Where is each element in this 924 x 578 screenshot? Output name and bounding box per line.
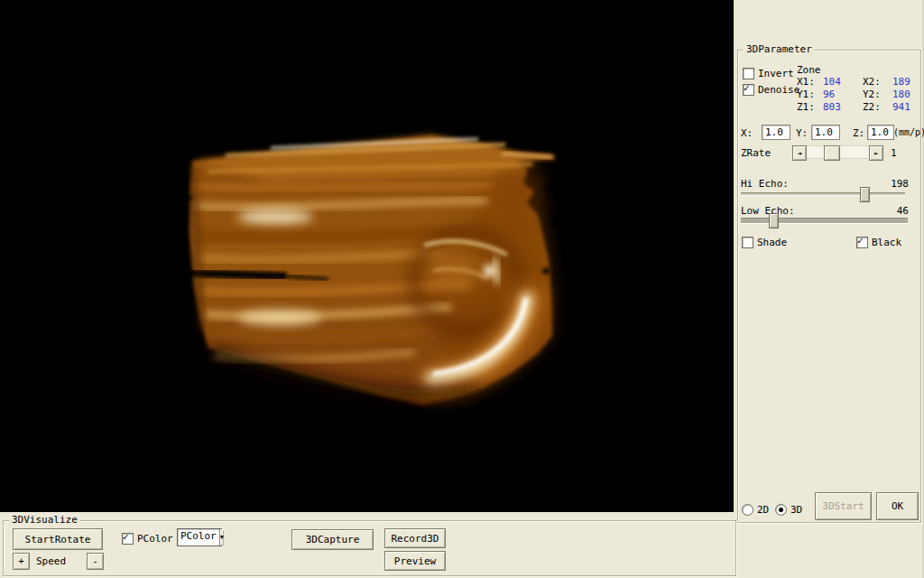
- hi-echo-slider-thumb[interactable]: [860, 187, 870, 202]
- pcolor-combobox[interactable]: PColor ▼: [177, 528, 222, 546]
- low-echo-slider-thumb[interactable]: [769, 213, 779, 228]
- scale-x-label: X:: [741, 127, 753, 139]
- mode-2d-label: 2D: [757, 504, 769, 516]
- low-echo-value: 46: [897, 205, 909, 217]
- scale-unit-label: (mm/p): [893, 126, 924, 138]
- scale-z-label: Z:: [853, 127, 864, 139]
- zone-y2-label: Y2:: [863, 89, 892, 101]
- black-checkbox[interactable]: ✓: [856, 237, 868, 248]
- zone-y1-value: 96: [823, 89, 863, 101]
- scale-z-input[interactable]: 1.0: [867, 125, 894, 140]
- parameter-panel: 3DParameter ✓ Invert ✓ Denoise Zone X1:1…: [734, 0, 924, 578]
- arrow-right-icon: ►: [874, 150, 878, 157]
- record3d-button[interactable]: Record3D: [384, 528, 446, 548]
- preview-button[interactable]: Preview: [384, 551, 446, 571]
- hi-echo-label: Hi Echo:: [741, 178, 789, 190]
- invert-checkbox-row[interactable]: ✓ Invert: [743, 68, 794, 79]
- zone-x2-label: X2:: [863, 76, 892, 89]
- chevron-down-icon: ▼: [220, 534, 224, 541]
- black-checkbox-row[interactable]: ✓ Black: [856, 237, 901, 248]
- denoise-checkbox[interactable]: ✓: [743, 84, 754, 96]
- speed-label: Speed: [36, 555, 66, 567]
- visualize-panel: 3DVisualize StartRotate ✓ PColor PColor …: [0, 512, 734, 578]
- hi-echo-slider[interactable]: [741, 192, 905, 196]
- invert-checkbox[interactable]: ✓: [743, 68, 754, 79]
- speed-plus-button[interactable]: +: [13, 553, 30, 570]
- pcolor-combobox-button[interactable]: ▼: [219, 529, 224, 545]
- scale-x-input[interactable]: 1.0: [762, 125, 790, 140]
- mode-2d-radio-row[interactable]: 2D: [742, 504, 769, 516]
- zone-row: Y1:96 Y2:180: [797, 89, 924, 101]
- pcolor-checkbox[interactable]: ✓: [122, 533, 134, 545]
- shade-checkbox-row[interactable]: ✓ Shade: [742, 237, 787, 248]
- shade-label: Shade: [757, 237, 787, 248]
- start-rotate-button[interactable]: StartRotate: [13, 528, 103, 550]
- zone-block: Zone X1:104 X2:189 Y1:96 Y2:180 Z1:803 Z…: [797, 64, 924, 114]
- speed-minus-button[interactable]: -: [87, 553, 104, 570]
- zone-row: Z1:803 Z2:941: [797, 101, 924, 114]
- zone-z2-label: Z2:: [863, 101, 892, 114]
- 3dstart-button[interactable]: 3DStart: [815, 492, 872, 520]
- 3d-viewport[interactable]: [0, 0, 734, 512]
- mode-3d-radio-row[interactable]: 3D: [775, 504, 802, 516]
- shade-checkbox[interactable]: ✓: [742, 237, 753, 248]
- volume-render: [0, 0, 734, 512]
- pcolor-label: PColor: [137, 533, 173, 545]
- zrate-scroll-left-button[interactable]: ◄: [792, 145, 807, 161]
- zrate-scrollbar[interactable]: ◄ ►: [792, 145, 883, 159]
- mode-3d-label: 3D: [790, 504, 802, 516]
- low-echo-label: Low Echo:: [741, 205, 795, 217]
- visualize-group-title: 3DVisualize: [9, 514, 80, 527]
- checkmark-icon: ✓: [123, 531, 129, 543]
- zone-z1-value: 803: [823, 101, 863, 114]
- zrate-label: ZRate: [741, 147, 771, 159]
- zone-z1-label: Z1:: [797, 101, 823, 114]
- zone-x2-value: 189: [892, 76, 924, 89]
- 3dcapture-button[interactable]: 3DCapture: [291, 529, 374, 550]
- pcolor-checkbox-row[interactable]: ✓ PColor: [122, 533, 173, 545]
- zrate-value: 1: [891, 147, 897, 159]
- black-label: Black: [872, 237, 901, 248]
- zone-x1-label: X1:: [797, 76, 823, 89]
- arrow-left-icon: ◄: [798, 150, 801, 157]
- zrate-scroll-track[interactable]: [807, 145, 869, 159]
- zone-row: X1:104 X2:189: [797, 76, 924, 89]
- zone-title: Zone: [797, 64, 924, 76]
- low-echo-slider[interactable]: [741, 218, 908, 224]
- radio-dot-icon: [779, 508, 783, 512]
- zone-y2-value: 180: [892, 89, 924, 101]
- denoise-label: Denoise: [758, 84, 799, 96]
- scale-y-label: Y:: [796, 127, 808, 139]
- visualize-groupbox: 3DVisualize StartRotate ✓ PColor PColor …: [3, 520, 736, 576]
- app-window: 3DParameter ✓ Invert ✓ Denoise Zone X1:1…: [0, 0, 924, 578]
- zrate-scroll-right-button[interactable]: ►: [869, 145, 883, 161]
- ok-button[interactable]: OK: [876, 492, 919, 520]
- hi-echo-value: 198: [891, 178, 909, 190]
- checkmark-icon: ✓: [744, 82, 750, 94]
- parameter-group-title: 3DParameter: [744, 43, 815, 56]
- mode-2d-radio[interactable]: [742, 504, 753, 516]
- denoise-checkbox-row[interactable]: ✓ Denoise: [743, 84, 799, 96]
- parameter-groupbox: 3DParameter ✓ Invert ✓ Denoise Zone X1:1…: [737, 50, 921, 523]
- checkmark-icon: ✓: [857, 235, 864, 247]
- invert-label: Invert: [758, 68, 794, 79]
- pcolor-combobox-value: PColor: [178, 529, 219, 545]
- scale-y-input[interactable]: 1.0: [811, 125, 840, 140]
- mode-3d-radio[interactable]: [775, 504, 787, 516]
- zone-y1-label: Y1:: [797, 89, 823, 101]
- zone-z2-value: 941: [892, 101, 924, 114]
- zrate-scroll-thumb[interactable]: [824, 145, 840, 161]
- zone-x1-value: 104: [823, 76, 863, 89]
